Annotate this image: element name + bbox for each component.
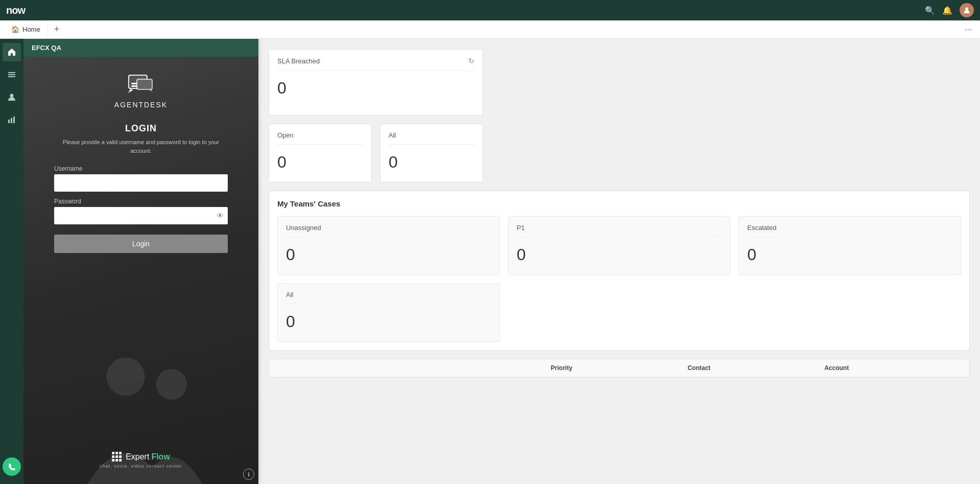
teams-all-card-title: All: [286, 291, 491, 304]
table-header-empty: [277, 364, 551, 372]
refresh-icon[interactable]: ↻: [468, 57, 474, 65]
svg-point-8: [107, 358, 145, 396]
open-card-value: 0: [277, 153, 363, 172]
username-field-group: Username: [54, 165, 228, 192]
sidebar: [0, 39, 23, 484]
my-teams-cases-title: My Teams' Cases: [277, 199, 961, 208]
teams-all-card-value: 0: [286, 312, 491, 331]
tab-add-button[interactable]: +: [48, 24, 66, 35]
top-bar-left: now: [6, 5, 25, 16]
sidebar-item-home[interactable]: [3, 43, 21, 61]
sla-header: SLA Breached ↻: [277, 57, 474, 71]
efcx-background: AGENTDESK LOGIN Please provide a valid u…: [23, 57, 258, 484]
svg-point-4: [10, 94, 14, 98]
p1-card: P1 0: [508, 216, 731, 275]
search-icon[interactable]: 🔍: [925, 6, 935, 15]
svg-rect-1: [8, 72, 15, 73]
svg-rect-15: [137, 80, 152, 89]
svg-point-9: [156, 369, 187, 400]
table-section: Priority Contact Account: [269, 359, 970, 378]
efcx-panel: EFCX QA: [23, 39, 258, 484]
p1-card-value: 0: [517, 245, 722, 264]
unassigned-card: Unassigned 0: [277, 216, 500, 275]
all-card-title: All: [389, 131, 474, 145]
top-bar-right: 🔍 🔔: [925, 3, 974, 17]
sidebar-item-menu[interactable]: [3, 65, 21, 84]
teams-all-card: All 0: [277, 283, 500, 342]
unassigned-card-value: 0: [286, 245, 491, 264]
ef-brand: Expert Flow: [112, 452, 170, 462]
content-area: EFCX QA: [23, 39, 980, 484]
my-teams-cases-section: My Teams' Cases Unassigned 0 P1 0 Escala…: [269, 191, 970, 351]
home-tab-label: Home: [22, 26, 40, 33]
home-tab-icon: 🏠: [11, 26, 19, 33]
main-layout: EFCX QA: [0, 39, 980, 484]
username-label: Username: [54, 165, 228, 172]
svg-rect-2: [8, 74, 15, 75]
password-wrapper: 👁: [54, 207, 228, 224]
sla-value: 0: [277, 79, 474, 98]
cases-grid: Unassigned 0 P1 0 Escalated 0: [277, 216, 961, 275]
table-header-row: Priority Contact Account: [269, 359, 969, 377]
table-header-contact: Contact: [687, 364, 824, 372]
efcx-title: EFCX QA: [32, 44, 61, 52]
agentdesk-label: AGENTDESK: [114, 101, 168, 109]
efcx-panel-header: EFCX QA: [23, 39, 258, 57]
open-card-title: Open: [277, 131, 363, 145]
svg-rect-6: [11, 118, 12, 123]
tab-home[interactable]: 🏠 Home: [4, 20, 48, 38]
avatar[interactable]: [960, 3, 974, 17]
sla-section: SLA Breached ↻ 0: [269, 49, 483, 116]
ef-expert-text: Expert: [126, 452, 149, 462]
tab-bar: 🏠 Home + ···: [0, 20, 980, 39]
username-input[interactable]: [54, 174, 228, 192]
escalated-card-title: Escalated: [747, 224, 952, 237]
now-logo: now: [6, 5, 25, 16]
main-content: SLA Breached ↻ 0 Open 0 All 0: [258, 39, 980, 484]
sidebar-item-reports[interactable]: [3, 110, 21, 129]
password-input[interactable]: [54, 207, 228, 224]
login-subtitle: Please provide a valid username and pass…: [54, 138, 228, 155]
table-header-priority: Priority: [551, 364, 688, 372]
toggle-password-icon[interactable]: 👁: [217, 212, 224, 220]
svg-rect-7: [13, 117, 15, 123]
ef-grid-icon: [112, 452, 122, 462]
login-card: AGENTDESK LOGIN Please provide a valid u…: [54, 72, 228, 253]
login-button[interactable]: Login: [54, 235, 228, 253]
bell-icon[interactable]: 🔔: [942, 6, 952, 15]
svg-rect-3: [8, 76, 15, 77]
ef-tagline: chat, voice, video contact center: [100, 464, 182, 469]
expertflow-logo: Expert Flow chat, voice, video contact c…: [100, 452, 182, 469]
phone-button[interactable]: [3, 457, 21, 476]
info-icon[interactable]: ℹ: [243, 469, 254, 480]
table-header-account: Account: [824, 364, 961, 372]
top-navigation-bar: now 🔍 🔔: [0, 0, 980, 20]
open-all-row: Open 0 All 0: [269, 124, 483, 182]
tab-more-button[interactable]: ···: [961, 25, 976, 34]
sla-title: SLA Breached: [277, 57, 320, 65]
unassigned-card-title: Unassigned: [286, 224, 491, 237]
all-card: All 0: [380, 124, 483, 182]
ef-flow-text: Flow: [151, 452, 170, 462]
escalated-card-value: 0: [747, 245, 952, 264]
cases-bottom-row: All 0: [277, 283, 961, 342]
sidebar-item-user[interactable]: [3, 88, 21, 106]
efcx-panel-body: AGENTDESK LOGIN Please provide a valid u…: [23, 57, 258, 484]
password-field-group: Password 👁: [54, 198, 228, 224]
login-title: LOGIN: [125, 123, 157, 134]
svg-point-0: [965, 8, 968, 11]
svg-rect-5: [8, 120, 10, 123]
password-label: Password: [54, 198, 228, 205]
agentdesk-icon: [126, 72, 156, 98]
open-card: Open 0: [269, 124, 372, 182]
escalated-card: Escalated 0: [738, 216, 961, 275]
all-card-value: 0: [389, 153, 474, 172]
p1-card-title: P1: [517, 224, 722, 237]
